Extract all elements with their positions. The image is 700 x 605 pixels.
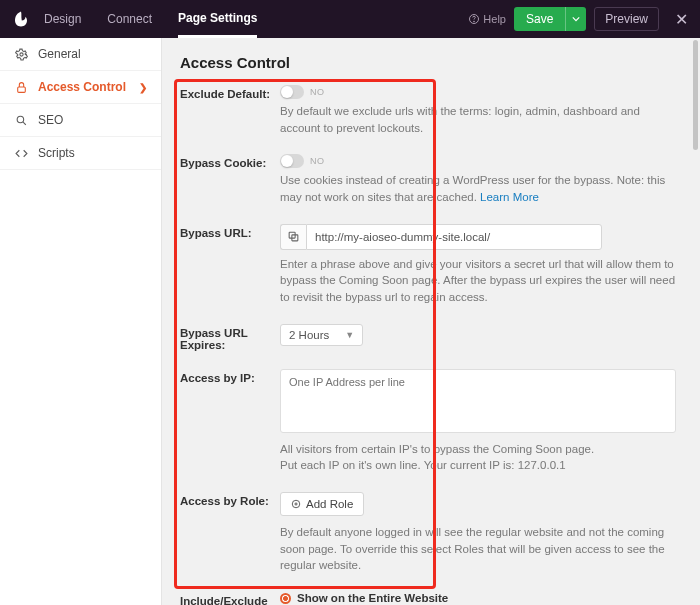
access-by-ip-label: Access by IP: xyxy=(180,369,280,384)
svg-point-2 xyxy=(19,52,22,55)
exclude-default-toggle[interactable] xyxy=(280,85,304,99)
sidebar-item-label: SEO xyxy=(38,113,63,127)
access-by-ip-help1: All visitors from certain IP's to bypass… xyxy=(280,441,682,458)
radio-label: Show on the Entire Website xyxy=(297,592,448,604)
sidebar-item-general[interactable]: General xyxy=(0,38,161,71)
nav-connect[interactable]: Connect xyxy=(107,12,152,26)
exclude-default-label: Exclude Default: xyxy=(180,85,280,100)
bypass-url-help: Enter a phrase above and give your visit… xyxy=(280,256,682,306)
brand-logo xyxy=(12,10,30,28)
svg-point-4 xyxy=(17,116,24,123)
close-icon[interactable]: ✕ xyxy=(675,10,688,29)
main-panel: Access Control Exclude Default: NO By de… xyxy=(162,38,700,605)
lock-icon xyxy=(14,80,28,94)
bypass-url-input[interactable] xyxy=(306,224,602,250)
save-button[interactable]: Save xyxy=(514,7,565,31)
access-by-ip-help2: Put each IP on it's own line. Your curre… xyxy=(280,457,682,474)
toggle-text: NO xyxy=(310,87,325,97)
bypass-url-label: Bypass URL: xyxy=(180,224,280,239)
help-label: Help xyxy=(483,13,506,25)
scrollbar[interactable] xyxy=(693,40,698,150)
gear-icon xyxy=(14,47,28,61)
top-bar: Design Connect Page Settings Help Save P… xyxy=(0,0,700,38)
svg-point-1 xyxy=(474,21,475,22)
top-nav: Design Connect Page Settings xyxy=(44,1,257,38)
help-link[interactable]: Help xyxy=(468,13,506,25)
access-by-role-help: By default anyone logged in will see the… xyxy=(280,524,682,574)
chevron-down-icon: ▼ xyxy=(345,330,354,340)
sidebar-item-label: Scripts xyxy=(38,146,75,160)
page-title: Access Control xyxy=(180,54,682,71)
sidebar-item-label: General xyxy=(38,47,81,61)
access-by-role-label: Access by Role: xyxy=(180,492,280,507)
select-value: 2 Hours xyxy=(289,329,329,341)
sidebar-item-seo[interactable]: SEO xyxy=(0,104,161,137)
preview-button[interactable]: Preview xyxy=(594,7,659,31)
access-by-ip-textarea[interactable] xyxy=(280,369,676,433)
add-role-button[interactable]: Add Role xyxy=(280,492,364,516)
save-dropdown-caret[interactable] xyxy=(565,7,586,31)
nav-page-settings[interactable]: Page Settings xyxy=(178,1,257,38)
bypass-url-expires-select[interactable]: 2 Hours ▼ xyxy=(280,324,363,346)
nav-design[interactable]: Design xyxy=(44,12,81,26)
sidebar-item-access-control[interactable]: Access Control ❯ xyxy=(0,71,161,104)
toggle-text: NO xyxy=(310,156,325,166)
copy-icon[interactable] xyxy=(280,224,306,250)
plus-icon xyxy=(291,499,301,509)
bypass-url-expires-label: Bypass URL Expires: xyxy=(180,324,280,351)
chevron-right-icon: ❯ xyxy=(139,82,147,93)
help-icon xyxy=(468,13,480,25)
radio-entire-website[interactable]: Show on the Entire Website xyxy=(280,592,682,604)
sidebar-item-scripts[interactable]: Scripts xyxy=(0,137,161,170)
exclude-default-help: By default we exclude urls with the term… xyxy=(280,103,682,136)
top-right: Help Save Preview ✕ xyxy=(468,7,688,31)
learn-more-link[interactable]: Learn More xyxy=(480,191,539,203)
bypass-cookie-label: Bypass Cookie: xyxy=(180,154,280,169)
bypass-cookie-toggle[interactable] xyxy=(280,154,304,168)
radio-icon xyxy=(280,593,291,604)
code-icon xyxy=(14,146,28,160)
bypass-cookie-help: Use cookies instead of creating a WordPr… xyxy=(280,172,682,205)
add-role-label: Add Role xyxy=(306,498,353,510)
svg-rect-3 xyxy=(17,86,25,91)
search-icon xyxy=(14,113,28,127)
sidebar-item-label: Access Control xyxy=(38,80,126,94)
sidebar: General Access Control ❯ SEO Scripts xyxy=(0,38,162,605)
include-exclude-label: Include/Exclude URLs: xyxy=(180,592,280,605)
